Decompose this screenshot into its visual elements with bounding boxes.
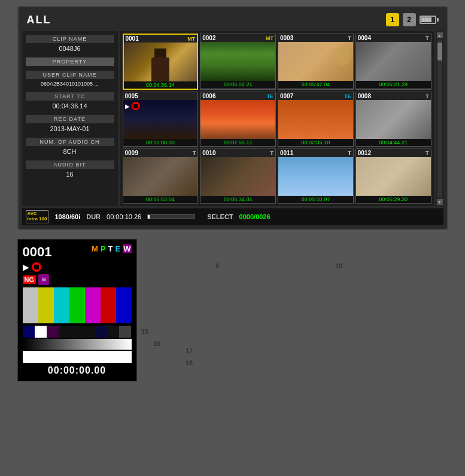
tag-m: M	[92, 244, 98, 253]
thumb-num-5: 0005	[125, 93, 138, 99]
thumb-tc-2: 00:05:02.21	[200, 81, 275, 88]
clip-name-section: CLIP NAME 0048J6	[26, 35, 114, 53]
thumb-tag-11: T	[348, 150, 351, 156]
scroll-down-arrow[interactable]: ▼	[437, 199, 443, 205]
thumb-item-6[interactable]: 0006 TE 00:01:55.11	[200, 92, 276, 147]
thumb-tag-7: TE	[344, 93, 351, 99]
tag-w: W	[123, 244, 131, 253]
select-value: 0000/0026	[239, 213, 271, 220]
thumb-item-2[interactable]: 0002 MT 00:05:02.21	[200, 34, 276, 90]
rec-date-label: REC DATE	[26, 115, 114, 123]
dur-label: DUR	[86, 213, 101, 220]
thumb-image-10	[200, 157, 275, 196]
thumb-tc-9: 00:05:53.04	[123, 196, 198, 203]
thumb-num-3: 0003	[280, 35, 293, 41]
scrollbar[interactable]: ▲ ▼	[436, 31, 443, 206]
thumb-item-11[interactable]: 0011 T 00:05:10.07	[278, 148, 354, 204]
clip-detail-box: 0001 M P T E W ▶ NG ⊞	[17, 239, 137, 381]
all-label: ALL	[27, 14, 51, 26]
thumb-num-9: 0009	[125, 150, 138, 156]
thumb-item-9[interactable]: 0009 T 00:05:53.04	[123, 148, 199, 204]
slot-2-indicator[interactable]: 2	[403, 13, 416, 26]
user-clip-section: USER CLIP NAME 060A2B34010101005 ...	[26, 71, 114, 87]
thumb-num-12: 0012	[358, 150, 371, 156]
thumb-num-7: 0007	[280, 93, 293, 99]
thumb-tag-9: T	[193, 150, 196, 156]
clip-detail-tags: M P T E W	[92, 244, 131, 253]
annotation-lines	[143, 239, 448, 383]
thumb-tag-10: T	[271, 150, 274, 156]
thumb-num-1: 0001	[126, 35, 139, 42]
audio-bit-value: 16	[26, 170, 114, 178]
diagram-section: 0001 M P T E W ▶ NG ⊞	[17, 239, 448, 383]
thumb-tc-6: 00:01:55.11	[200, 139, 275, 146]
thumb-item-7[interactable]: 0007 TE 00:02:05.10	[278, 92, 354, 147]
thumb-image-1	[124, 43, 197, 81]
thumb-image-3	[278, 42, 353, 81]
clip-name-value: 0048J6	[26, 44, 114, 53]
slot-1-indicator[interactable]: 1	[386, 13, 399, 26]
thumb-item-3[interactable]: 0003 T 00:05:47.04	[278, 34, 354, 90]
gradient-bar	[23, 339, 132, 350]
thumb-image-9	[123, 157, 198, 196]
thumb-tc-4: 00:05:21.29	[356, 81, 431, 88]
clip-timecode: 00:00:00.00	[23, 365, 132, 376]
num-audio-section: NUM. OF AUDIO CH 8CH	[26, 138, 114, 156]
thumb-num-6: 0006	[202, 93, 215, 99]
thumb-tc-8: 00:04:44.21	[356, 139, 431, 146]
property-section: PROPERTY	[26, 57, 114, 66]
thumb-item-12[interactable]: 0012 T 00:05:29.20	[355, 148, 431, 204]
clip-detail-number: 0001	[23, 244, 52, 260]
white-box	[23, 351, 132, 363]
thumb-item-8[interactable]: 0008 T 00:04:44.21	[355, 92, 431, 147]
thumb-image-11	[278, 157, 353, 196]
thumb-tag-3: T	[348, 35, 351, 41]
thumb-grid: 0001 MT 00:04:36.14 0002	[123, 34, 431, 204]
main-panel: ALL 1 2	[17, 6, 448, 230]
thumb-tc-12: 00:05:29.20	[356, 196, 431, 203]
num-audio-value: 8CH	[26, 147, 114, 156]
thumb-tag-4: T	[426, 35, 429, 41]
thumb-tc-7: 00:02:05.10	[278, 139, 353, 146]
thumb-tc-3: 00:05:47.04	[278, 81, 353, 88]
purple-badge: ⊞	[38, 274, 49, 285]
clip-name-label: CLIP NAME	[26, 35, 114, 43]
dur-bar	[147, 214, 195, 219]
status-bar: AVCIntra 100 1080/60i DUR 00:00:10.26 SE…	[22, 208, 443, 225]
user-clip-name-value: 060A2B34010101005 ...	[26, 80, 114, 87]
clip-icons: ▶	[23, 262, 132, 272]
thumb-image-12	[356, 157, 431, 196]
start-tc-label: START TC	[26, 92, 114, 101]
thumb-tag-12: T	[426, 150, 429, 156]
stop-inner	[34, 265, 39, 269]
tag-t-detail: T	[108, 244, 113, 253]
battery-icon	[420, 16, 439, 24]
top-right: 1 2	[386, 13, 439, 26]
start-tc-value: 00:04:36.14	[26, 102, 114, 110]
tag-p: P	[101, 244, 106, 253]
color-bars	[23, 287, 132, 323]
thumb-tag-6: TE	[266, 93, 273, 99]
rec-date-value: 2013-MAY-01	[26, 125, 114, 133]
left-panel: CLIP NAME 0048J6 PROPERTY USER CLIP NAME…	[22, 31, 118, 206]
thumb-tc-11: 00:05:10.07	[278, 196, 353, 203]
content-area: CLIP NAME 0048J6 PROPERTY USER CLIP NAME…	[22, 31, 443, 206]
thumb-num-10: 0010	[202, 150, 215, 156]
thumb-tag-2: MT	[266, 35, 273, 41]
thumb-num-4: 0004	[358, 35, 371, 41]
scroll-track[interactable]	[437, 40, 442, 198]
codec-label: AVCIntra 100	[26, 210, 49, 223]
scroll-thumb[interactable]	[437, 43, 442, 60]
tag-e: E	[116, 244, 121, 253]
thumb-image-6	[200, 100, 275, 139]
thumb-item-10[interactable]: 0010 T 00:05:34.01	[200, 148, 276, 204]
thumb-item-1[interactable]: 0001 MT 00:04:36.14	[123, 34, 199, 90]
thumb-item-4[interactable]: 0004 T 00:05:21.29	[355, 34, 431, 90]
top-bar: ALL 1 2	[22, 11, 443, 29]
thumb-image-4	[356, 42, 431, 81]
format-label: 1080/60i	[54, 213, 80, 220]
thumb-item-5[interactable]: 0005 ▶ 00:00:00.00	[123, 92, 199, 147]
thumb-num-2: 0002	[202, 35, 215, 41]
thumb-tc-1: 00:04:36.14	[124, 81, 197, 89]
scroll-up-arrow[interactable]: ▲	[437, 32, 443, 38]
